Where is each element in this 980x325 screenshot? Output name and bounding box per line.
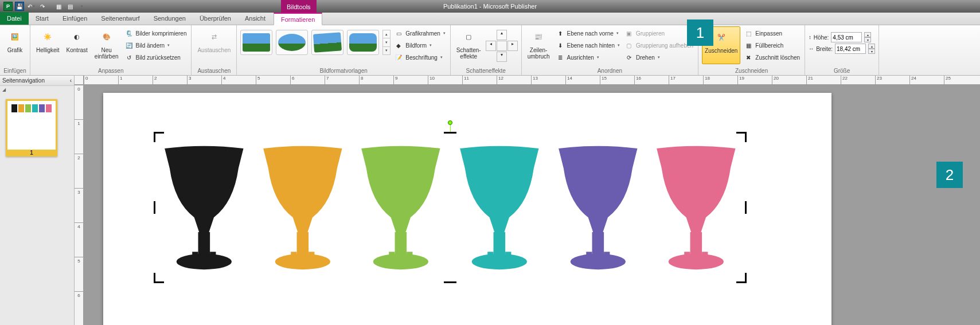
tab-file[interactable]: Datei [0, 12, 29, 25]
crop-label: Zuschneiden [705, 48, 737, 54]
canvas[interactable]: 0123456789101112131415161718192021222324… [75, 76, 980, 325]
reset-picture-button[interactable]: ↺ Bild zurücksetzen [123, 52, 188, 63]
svg-point-51 [584, 154, 592, 162]
style-item[interactable] [240, 30, 272, 55]
tab-pagedesign[interactable]: Seitenentwurf [94, 12, 146, 25]
fill-button[interactable]: ▦ Füllbereich [743, 40, 801, 51]
crop-handle-bl[interactable] [154, 273, 164, 283]
svg-point-2 [174, 158, 184, 168]
recolor-button[interactable]: 🎨 Neu einfärben [92, 26, 121, 64]
group-crop-label: Zuschneiden [702, 68, 801, 75]
undo-button[interactable]: ↶▾ [26, 2, 36, 11]
picture-border-button[interactable]: ▭ Grafikrahmen▾ [393, 28, 447, 39]
width-input[interactable] [835, 44, 866, 54]
ribbon: 🖼️ Grafik Einfügen ☀️ Helligkeit ◐ Kontr… [0, 25, 980, 76]
svg-point-16 [307, 155, 317, 165]
picture-styles-gallery[interactable]: ▴▾▾ [240, 26, 391, 55]
group-picture-styles: ▴▾▾ ▭ Grafikrahmen▾ ◆ Bildform▾ 📝 Beschr… [237, 25, 451, 75]
svg-point-38 [470, 158, 479, 168]
crop-handle-tl[interactable] [154, 132, 164, 142]
tab-mailings[interactable]: Sendungen [147, 12, 193, 25]
width-spin[interactable]: ▴▾ [868, 44, 875, 54]
svg-rect-70 [685, 252, 690, 260]
tab-review[interactable]: Überprüfen [193, 12, 238, 25]
crop-handle-tr[interactable] [736, 132, 747, 142]
fit-button[interactable]: ⬚ Einpassen [743, 28, 801, 39]
nav-title: Seitennavigation [2, 77, 45, 84]
shadow-nudge-pad[interactable]: ▴ ◂▸ ▾ [486, 26, 518, 62]
svg-point-32 [382, 194, 391, 202]
height-control[interactable]: ↕ Höhe: ▴▾ [809, 32, 871, 42]
svg-rect-19 [307, 176, 315, 186]
wrap-text-button[interactable]: 📰 Zeilen- umbruch [525, 26, 552, 64]
svg-point-4 [209, 155, 218, 165]
svg-point-8 [185, 194, 193, 202]
crop-handle-l[interactable] [154, 201, 155, 214]
shadow-button[interactable]: ▢ Schatten- effekte [454, 26, 483, 64]
picture-shape-button[interactable]: ◆ Bildform▾ [393, 40, 447, 51]
svg-rect-23 [309, 252, 314, 260]
svg-rect-54 [578, 173, 586, 183]
rotation-handle[interactable] [448, 120, 452, 125]
window-title: Publikation1 - Microsoft Publisher [443, 3, 537, 10]
svg-point-53 [619, 162, 627, 170]
contrast-button[interactable]: ◐ Kontrast [64, 26, 90, 64]
save-button[interactable]: 💾 [15, 2, 24, 11]
crop-handle-b[interactable] [444, 281, 456, 283]
page-thumbnail-1[interactable]: 1 [6, 99, 57, 156]
svg-rect-11 [210, 252, 216, 260]
title-bar: P 💾 ↶▾ ↷ ▦ ▤ ▾ Bildtools Publikation1 - … [0, 0, 980, 13]
tab-insert[interactable]: Einfügen [56, 12, 94, 25]
compress-icon: 🗜️ [124, 29, 134, 38]
change-picture-button[interactable]: 🔄 Bild ändern▾ [123, 40, 188, 51]
qat-custom-2[interactable]: ▤ [65, 2, 75, 11]
insert-picture-button[interactable]: 🖼️ Grafik [3, 26, 26, 64]
app-icon[interactable]: P [3, 2, 13, 11]
svg-point-56 [579, 194, 587, 202]
svg-rect-47 [505, 252, 511, 260]
redo-button[interactable]: ↷ [38, 2, 47, 11]
picture-caption-button[interactable]: 📝 Beschriftung▾ [393, 52, 447, 63]
page[interactable] [103, 93, 831, 325]
group-size: ↕ Höhe: ▴▾ ↔ Breite: ▴▾ Größe [805, 25, 879, 75]
group-button: ▣ Gruppieren [623, 28, 694, 39]
recolor-icon: 🎨 [97, 28, 116, 46]
tab-view[interactable]: Ansicht [238, 12, 272, 25]
crop-handle-r[interactable] [745, 201, 747, 214]
clear-crop-button[interactable]: ✖ Zuschnitt löschen [743, 52, 801, 63]
svg-point-5 [225, 162, 233, 170]
bring-forward-button[interactable]: ⬆ Ebene nach vorne▾ [555, 28, 621, 39]
contrast-label: Kontrast [67, 47, 88, 53]
style-item[interactable] [347, 30, 379, 55]
rotate-button[interactable]: ⟳ Drehen▾ [623, 52, 694, 63]
border-icon: ▭ [394, 29, 403, 38]
group-swap: ⇄ Austauschen Austauschen [192, 25, 237, 75]
quick-access-toolbar: P 💾 ↶▾ ↷ ▦ ▤ ▾ [0, 0, 89, 13]
qat-customize[interactable]: ▾ [77, 2, 86, 11]
shadow-icon: ▢ [459, 28, 478, 46]
svg-point-15 [288, 154, 296, 162]
svg-rect-30 [381, 173, 389, 183]
width-control[interactable]: ↔ Breite: ▴▾ [809, 44, 875, 54]
tab-start[interactable]: Start [29, 12, 56, 25]
height-spin[interactable]: ▴▾ [864, 32, 871, 42]
group-shadow: ▢ Schatten- effekte ▴ ◂▸ ▾ Schatteneffek… [451, 25, 522, 75]
style-item[interactable] [276, 30, 308, 55]
crop-handle-t[interactable] [444, 132, 456, 134]
tab-format[interactable]: Formatieren [274, 13, 322, 25]
brightness-button[interactable]: ☀️ Helligkeit [34, 26, 62, 64]
clear-crop-icon: ✖ [744, 53, 753, 62]
workspace: Seitennavigation ‹ ◢ 1 01234567891011121… [0, 76, 980, 325]
nav-collapse-button[interactable]: ‹ [70, 77, 72, 84]
style-item[interactable] [311, 30, 343, 55]
qat-custom-1[interactable]: ▦ [54, 2, 63, 11]
send-backward-label: Ebene nach hinten [567, 42, 615, 49]
height-input[interactable] [831, 32, 862, 42]
selected-image[interactable] [155, 133, 745, 282]
compress-pictures-button[interactable]: 🗜️ Bilder komprimieren [123, 28, 188, 39]
svg-point-9 [215, 192, 223, 200]
align-button[interactable]: ≣ Ausrichten▾ [555, 52, 621, 63]
gallery-scroll[interactable]: ▴▾▾ [382, 30, 391, 55]
send-backward-button[interactable]: ⬇ Ebene nach hinten▾ [555, 40, 621, 51]
crop-handle-br[interactable] [736, 273, 747, 283]
